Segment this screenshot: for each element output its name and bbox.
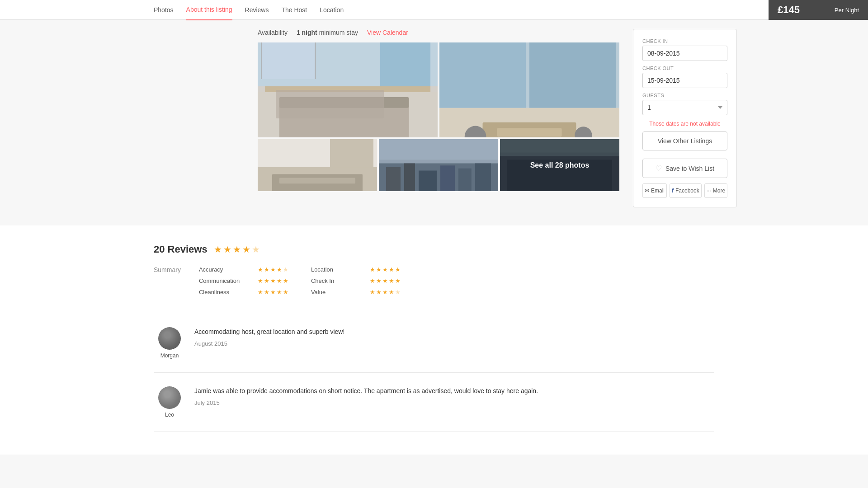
reviews-title: 20 Reviews	[154, 244, 208, 255]
photo-see-all[interactable]: See all 28 photos	[500, 139, 619, 191]
photo-kitchen[interactable]	[258, 139, 377, 191]
photo-window-view[interactable]	[379, 139, 498, 191]
nav-location[interactable]: Location	[320, 0, 344, 20]
reviews-summary: Summary Accuracy ★★★★★ Communication ★★★…	[154, 266, 714, 296]
review-date-1: July 2015	[194, 399, 714, 406]
nav-photos[interactable]: Photos	[154, 0, 174, 20]
save-to-wishlist-button[interactable]: ♡ Save to Wish List	[642, 159, 727, 178]
star-5: ★	[252, 244, 260, 255]
check-out-field: Check Out	[642, 66, 727, 88]
overall-stars: ★ ★ ★ ★ ★	[214, 244, 260, 255]
svg-rect-29	[404, 164, 415, 192]
review-item-1: Leo Jamie was able to provide accommodat…	[154, 373, 714, 432]
accuracy-row: Accuracy ★★★★★	[199, 266, 288, 273]
left-column: Availability 1 night minimum stay View C…	[258, 29, 619, 207]
review-content-0: Accommodating host, great location and s…	[194, 327, 714, 359]
check-in-label: Check In	[642, 38, 727, 44]
categories-right: Location ★★★★★ Check In ★★★★★ Value ★★★★…	[311, 266, 401, 296]
cleanliness-label: Cleanliness	[199, 289, 244, 296]
min-stay: 1 night minimum stay	[297, 29, 358, 36]
guests-field: Guests 1 2 3 4	[642, 93, 727, 115]
svg-rect-33	[475, 164, 491, 192]
svg-rect-12	[439, 42, 526, 108]
summary-label: Summary	[154, 266, 181, 296]
right-column: Check In Check Out Guests 1 2 3 4	[633, 29, 737, 207]
photo-grid: See all 28 photos	[258, 42, 619, 191]
check-in-field: Check In	[642, 38, 727, 61]
star-2: ★	[223, 244, 231, 255]
svg-rect-32	[458, 169, 472, 191]
nav-reviews[interactable]: Reviews	[245, 0, 269, 20]
cleanliness-stars: ★★★★★	[258, 289, 288, 296]
value-stars: ★★★★★	[370, 289, 401, 296]
see-all-photos-overlay[interactable]: See all 28 photos	[500, 139, 619, 191]
reviews-section: 20 Reviews ★ ★ ★ ★ ★ Summary Accuracy ★★…	[0, 225, 868, 455]
categories-left: Accuracy ★★★★★ Communication ★★★★★ Clean…	[199, 266, 288, 296]
reviewer-name-leo: Leo	[165, 412, 174, 418]
nav-about[interactable]: About this listing	[186, 0, 232, 20]
more-icon: ···	[707, 188, 711, 194]
svg-rect-31	[440, 165, 455, 191]
heart-icon: ♡	[656, 164, 662, 173]
accuracy-stars: ★★★★★	[258, 266, 288, 273]
reviewer-avatar-leo	[158, 386, 181, 409]
value-row: Value ★★★★★	[311, 289, 401, 296]
star-1: ★	[214, 244, 222, 255]
check-in-input[interactable]	[642, 46, 727, 61]
unavailable-message: Those dates are not available	[642, 121, 727, 127]
value-label: Value	[311, 289, 356, 296]
facebook-icon: f	[672, 188, 674, 194]
reviewer-avatar-morgan	[158, 327, 181, 350]
reviewer-name-morgan: Morgan	[160, 352, 179, 359]
nav-host[interactable]: The Host	[281, 0, 307, 20]
share-email-button[interactable]: ✉ Email	[642, 183, 667, 198]
review-content-1: Jamie was able to provide accommodations…	[194, 386, 714, 418]
review-text-0: Accommodating host, great location and s…	[194, 327, 714, 337]
booking-fields: Check In Check Out Guests 1 2 3 4	[642, 38, 727, 115]
checkin-stars: ★★★★★	[370, 277, 401, 284]
availability-label: Availability	[258, 29, 288, 36]
star-3: ★	[233, 244, 241, 255]
share-buttons: ✉ Email f Facebook ··· More	[642, 183, 727, 198]
share-more-button[interactable]: ··· More	[704, 183, 727, 198]
reviews-header: 20 Reviews ★ ★ ★ ★ ★	[154, 244, 714, 255]
categories-container: Accuracy ★★★★★ Communication ★★★★★ Clean…	[199, 266, 401, 296]
price-amount: £145	[778, 4, 800, 16]
location-stars: ★★★★★	[370, 266, 401, 273]
location-label: Location	[311, 266, 356, 273]
guests-select[interactable]: 1 2 3 4	[642, 100, 727, 115]
communication-row: Communication ★★★★★	[199, 277, 288, 284]
email-icon: ✉	[645, 188, 649, 194]
svg-rect-3	[265, 86, 430, 92]
photo-bottom-row: See all 28 photos	[258, 139, 619, 191]
svg-rect-16	[497, 128, 561, 136]
avatar-image-morgan	[158, 327, 181, 350]
checkin-label: Check In	[311, 277, 356, 284]
svg-rect-2	[380, 42, 430, 86]
per-night-label: Per Night	[835, 7, 859, 14]
svg-rect-21	[330, 139, 373, 167]
svg-rect-7	[261, 42, 315, 79]
view-calendar-link[interactable]: View Calendar	[367, 29, 408, 36]
svg-rect-24	[279, 178, 355, 184]
share-facebook-button[interactable]: f Facebook	[670, 183, 702, 198]
top-nav: Photos About this listing Reviews The Ho…	[0, 0, 868, 20]
checkin-row: Check In ★★★★★	[311, 277, 401, 284]
booking-widget: Check In Check Out Guests 1 2 3 4	[633, 29, 737, 207]
location-row: Location ★★★★★	[311, 266, 401, 273]
communication-label: Communication	[199, 277, 244, 284]
svg-rect-6	[258, 92, 438, 137]
photo-bedroom[interactable]	[258, 42, 438, 137]
accuracy-label: Accuracy	[199, 266, 244, 273]
star-4: ★	[242, 244, 250, 255]
check-out-label: Check Out	[642, 66, 727, 71]
reviewer-morgan: Morgan	[154, 327, 185, 359]
reviewer-leo: Leo	[154, 386, 185, 418]
communication-stars: ★★★★★	[258, 277, 288, 284]
view-other-listings-button[interactable]: View Other Listings	[642, 131, 727, 150]
check-out-input[interactable]	[642, 73, 727, 88]
cleanliness-row: Cleanliness ★★★★★	[199, 289, 288, 296]
review-date-0: August 2015	[194, 340, 714, 347]
svg-rect-27	[379, 139, 498, 164]
photo-living[interactable]	[439, 42, 619, 137]
